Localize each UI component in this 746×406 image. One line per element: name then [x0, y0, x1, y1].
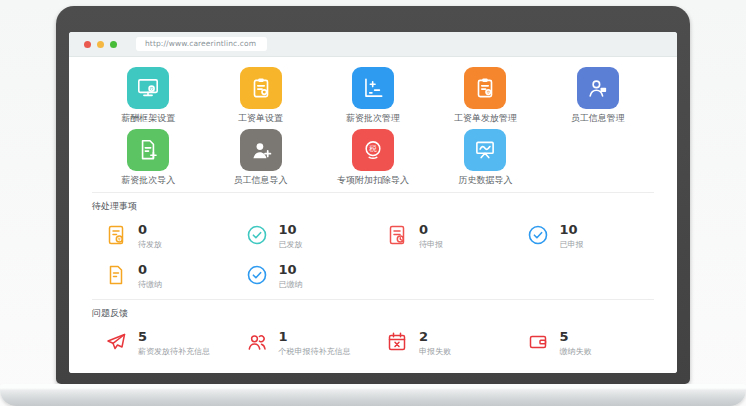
person-card-icon — [577, 67, 619, 109]
monitor-gear-icon — [127, 67, 169, 109]
stat-value: 10 — [279, 223, 303, 238]
app-salary-framework-settings[interactable]: 薪酬框架设置 — [92, 67, 204, 124]
stat-label: 薪资发放待补充信息 — [138, 346, 210, 357]
stat-pending-contribution[interactable]: 0 待缴纳 — [92, 263, 233, 290]
stat-value: 2 — [419, 330, 451, 345]
clipboard-pay-icon — [464, 67, 506, 109]
stat-value: 10 — [279, 263, 303, 278]
app-label: 工资单设置 — [238, 112, 283, 125]
document-add-icon — [127, 129, 169, 171]
app-salary-batch-management[interactable]: 薪资批次管理 — [317, 67, 429, 124]
stat-declaration-failed[interactable]: 2 申报失败 — [373, 330, 514, 357]
apps-grid-spacer — [542, 129, 654, 186]
stat-paid[interactable]: 10 已发放 — [233, 223, 374, 250]
wallet-icon — [526, 330, 550, 354]
stat-declared[interactable]: 10 已申报 — [514, 223, 655, 250]
app-history-data-import[interactable]: 历史数据导入 — [429, 129, 541, 186]
chart-adjust-icon — [352, 67, 394, 109]
stat-contribution-failed[interactable]: 5 缴纳失败 — [514, 330, 655, 357]
app-label: 专项附加扣除导入 — [337, 174, 409, 187]
stat-value: 5 — [560, 330, 592, 345]
stat-label: 已申报 — [560, 239, 584, 250]
stat-label: 缴纳失败 — [560, 346, 592, 357]
app-label: 薪资批次导入 — [121, 174, 175, 187]
browser-bar: http://www.careerintlinc.com — [69, 32, 677, 57]
apps-grid: 薪酬框架设置 工资单设置 — [92, 67, 654, 186]
app-salary-batch-import[interactable]: 薪资批次导入 — [92, 129, 204, 186]
stat-value: 0 — [419, 223, 443, 238]
stat-payment-info-needed[interactable]: 5 薪资发放待补充信息 — [92, 330, 233, 357]
presentation-chart-icon — [464, 129, 506, 171]
laptop-screen: http://www.careerintlinc.com 薪酬框架设置 — [69, 32, 677, 373]
app-payslip-settings[interactable]: 工资单设置 — [204, 67, 316, 124]
clipboard-gear-icon — [240, 67, 282, 109]
app-label: 工资单发放管理 — [454, 112, 517, 125]
app-label: 历史数据导入 — [458, 174, 512, 187]
app-employee-info-management[interactable]: 员工信息管理 — [542, 67, 654, 124]
stat-value: 1 — [279, 330, 351, 345]
document-yen-icon: ¥ — [104, 223, 128, 247]
close-window-icon[interactable] — [84, 41, 91, 48]
calendar-x-icon — [385, 330, 409, 354]
laptop-base — [0, 384, 746, 406]
maximize-window-icon[interactable] — [110, 41, 117, 48]
divider — [92, 299, 654, 300]
stat-label: 待申报 — [419, 239, 443, 250]
app-label: 薪资批次管理 — [346, 112, 400, 125]
stat-value: 5 — [138, 330, 210, 345]
stat-label: 个税申报待补充信息 — [279, 346, 351, 357]
stat-label: 待发放 — [138, 239, 162, 250]
stat-value: 10 — [560, 223, 584, 238]
stat-contributed[interactable]: 10 已缴纳 — [233, 263, 374, 290]
app-employee-info-import[interactable]: 员工信息导入 — [204, 129, 316, 186]
divider — [92, 192, 654, 193]
stat-label: 已发放 — [279, 239, 303, 250]
stat-label: 已缴纳 — [279, 279, 303, 290]
app-label: 员工信息管理 — [571, 112, 625, 125]
paper-plane-icon — [104, 330, 128, 354]
stat-pending-payment[interactable]: ¥ 0 待发放 — [92, 223, 233, 250]
pending-stats-grid: ¥ 0 待发放 10 — [92, 223, 654, 290]
app-special-deduction-import[interactable]: 税 专项附加扣除导入 — [317, 129, 429, 186]
dashboard: 薪酬框架设置 工资单设置 — [69, 57, 677, 373]
stat-value: 0 — [138, 223, 162, 238]
pending-section-title: 待处理事项 — [92, 200, 654, 213]
users-icon — [245, 330, 269, 354]
document-clock-icon — [385, 223, 409, 247]
laptop-frame: http://www.careerintlinc.com 薪酬框架设置 — [56, 6, 690, 384]
check-circle-icon — [526, 223, 550, 247]
address-bar[interactable]: http://www.careerintlinc.com — [136, 37, 267, 51]
check-circle-icon — [245, 223, 269, 247]
stat-value: 0 — [138, 263, 162, 278]
tax-seal-icon: 税 — [352, 129, 394, 171]
feedback-stats-grid: 5 薪资发放待补充信息 1 个 — [92, 330, 654, 357]
stat-label: 待缴纳 — [138, 279, 162, 290]
app-payslip-distribution-management[interactable]: 工资单发放管理 — [429, 67, 541, 124]
svg-text:税: 税 — [368, 144, 377, 153]
app-label: 薪酬框架设置 — [121, 112, 175, 125]
document-icon — [104, 263, 128, 287]
stat-pending-declaration[interactable]: 0 待申报 — [373, 223, 514, 250]
minimize-window-icon[interactable] — [97, 41, 104, 48]
person-add-icon — [240, 129, 282, 171]
stat-tax-info-needed[interactable]: 1 个税申报待补充信息 — [233, 330, 374, 357]
check-circle-icon — [245, 263, 269, 287]
feedback-section-title: 问题反馈 — [92, 307, 654, 320]
stat-label: 申报失败 — [419, 346, 451, 357]
app-label: 员工信息导入 — [234, 174, 288, 187]
